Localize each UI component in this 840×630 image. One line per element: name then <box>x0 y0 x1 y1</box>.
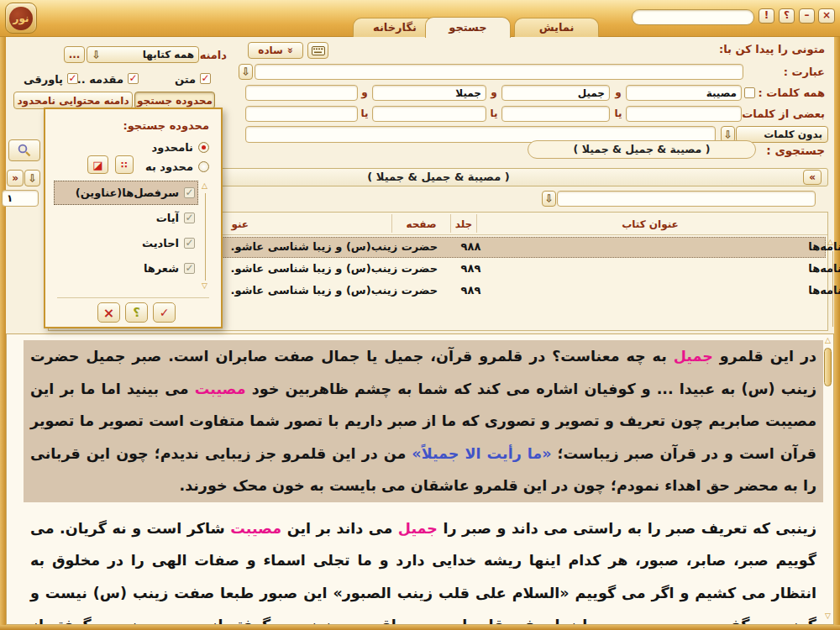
arrow-down-icon: ⇩ <box>92 48 101 62</box>
search-scope-button[interactable]: محدوده جستجو <box>134 92 215 109</box>
scope-item-verses[interactable]: ✓ آیات <box>54 206 198 230</box>
checkbox-icon: ✓ <box>184 263 195 274</box>
scope-list: ✓ سرفصل‌ها(عناوین) ✓ آیات ✓ احادیث ✓ شعر… <box>52 180 200 293</box>
window-frame-bottom <box>0 625 840 630</box>
column-header-entry[interactable]: عنو <box>223 218 249 230</box>
goto-dropdown-button[interactable]: ⇩ <box>24 170 40 186</box>
phrase-input[interactable] <box>255 64 743 80</box>
intro-checkbox-label: مقدمه ... <box>73 73 123 86</box>
and-separator: و <box>359 87 370 98</box>
all-words-input-2[interactable] <box>501 85 610 101</box>
list-scroll-down-icon[interactable]: ▽ <box>202 282 207 290</box>
footnote-checkbox-label: پاورقی <box>24 73 63 86</box>
column-divider <box>391 214 392 233</box>
titlebar-search-box[interactable] <box>632 9 754 25</box>
minimize-button[interactable]: – <box>799 8 815 24</box>
viewer-scroll-up-icon[interactable]: △ <box>825 337 831 344</box>
some-words-input-2[interactable] <box>501 106 610 122</box>
intro-checkbox[interactable]: ✓ <box>128 73 139 84</box>
all-words-label: همه کلمات : <box>759 87 825 99</box>
text-checkbox-label: متن <box>175 73 196 86</box>
keyboard-button[interactable] <box>307 42 328 59</box>
scope-item-chapters[interactable]: ✓ سرفصل‌ها(عناوین) <box>54 181 198 205</box>
cell-book-title: پایان نامه‌ها <box>528 284 840 297</box>
text-paragraph-highlighted: در این قلمرو جمیل به چه معناست؟ در قلمرو… <box>24 340 823 502</box>
all-words-input-3[interactable] <box>372 85 486 101</box>
column-header-book-title[interactable]: عنوان کتاب <box>476 218 824 230</box>
notification-button[interactable]: ! <box>759 8 774 24</box>
viewer-scroll-down-icon[interactable]: ▽ <box>825 612 831 620</box>
cell-page: ۹۸۹ <box>442 262 500 275</box>
viewer-scrollbar-thumb[interactable] <box>824 348 832 386</box>
radio-limited[interactable]: محدود به <box>145 160 209 173</box>
cell-page: ۹۸۸ <box>442 240 500 253</box>
run-search-button[interactable] <box>8 139 40 161</box>
popup-cancel-button[interactable]: × <box>97 302 120 323</box>
content-scope-button[interactable]: دامنه محتوایی نامحدود <box>13 92 133 109</box>
simple-mode-button[interactable]: » ساده <box>248 42 303 59</box>
page-number-input[interactable] <box>2 190 39 207</box>
table-scroll-up-icon[interactable]: △ <box>827 239 833 246</box>
radio-button-icon <box>198 142 209 153</box>
popup-divider <box>57 297 209 298</box>
phrase-dropdown-button[interactable]: ⇩ <box>239 64 253 80</box>
table-scrollbar[interactable] <box>832 251 833 327</box>
tab-display[interactable]: نمایش <box>514 18 599 37</box>
search-query-label: جستجوی : <box>766 144 825 157</box>
titlebar: نور ! ؟ – × نمایش جستجو نگارخانه <box>0 0 840 37</box>
application-window: نور ! ؟ – × نمایش جستجو نگارخانه متونی ر… <box>0 0 840 630</box>
list-scrollbar[interactable] <box>205 193 206 281</box>
window-frame-right <box>834 37 840 625</box>
select-all-button[interactable]: ∷ <box>115 155 134 174</box>
help-button[interactable]: ؟ <box>779 8 795 24</box>
invert-selection-button[interactable]: ◪ <box>87 155 108 174</box>
double-chevron-left-icon: « <box>12 172 18 184</box>
list-scroll-up-icon[interactable]: △ <box>202 182 207 190</box>
scope-item-poems[interactable]: ✓ شعرها <box>54 256 198 281</box>
find-texts-label: متونی را پیدا کن با: <box>719 43 825 55</box>
radio-unlimited[interactable]: نامحدود <box>152 141 209 154</box>
tab-gallery[interactable]: نگارخانه <box>353 18 437 37</box>
cell-book-title: پایان نامه‌ها <box>528 262 840 275</box>
titlebar-search-input[interactable] <box>636 11 762 24</box>
close-button[interactable]: × <box>818 8 835 24</box>
some-words-label: بعضی از کلمات : <box>734 108 825 120</box>
some-words-input-4[interactable] <box>245 106 358 122</box>
some-words-input-1[interactable] <box>626 106 742 122</box>
footnote-checkbox[interactable]: ✓ <box>67 73 78 84</box>
column-divider <box>450 214 451 233</box>
scope-item-hadiths[interactable]: ✓ احادیث <box>54 231 198 255</box>
radio-button-icon <box>198 161 209 172</box>
search-icon <box>18 144 31 157</box>
split-square-icon: ◪ <box>92 159 102 171</box>
result-filter-dropdown-button[interactable]: ⇩ <box>542 191 556 207</box>
result-filter-input[interactable] <box>557 191 816 207</box>
double-chevron-icon: » <box>809 171 816 183</box>
domain-select[interactable]: ⇩ همه کتابها <box>87 46 199 63</box>
popup-help-button[interactable]: ؟ <box>125 302 148 323</box>
app-menu-button[interactable]: نور <box>5 3 37 34</box>
checkbox-icon: ✓ <box>184 187 195 198</box>
noor-logo-icon: نور <box>9 7 33 30</box>
previous-results-button[interactable]: « <box>7 170 24 186</box>
all-words-input-1[interactable] <box>626 85 742 101</box>
domain-more-button[interactable]: ... <box>64 46 85 63</box>
some-words-input-3[interactable] <box>372 106 486 122</box>
and-separator: و <box>612 87 624 98</box>
text-viewer[interactable]: در این قلمرو جمیل به چه معناست؟ در قلمرو… <box>6 333 834 625</box>
arrow-down-icon: ⇩ <box>544 192 554 206</box>
expand-group-button[interactable]: » <box>803 170 822 185</box>
popup-ok-button[interactable]: ✓ <box>153 302 176 323</box>
column-header-page[interactable]: صفحه <box>392 218 450 230</box>
keyboard-icon <box>312 46 325 55</box>
cell-book-title: پایان نامه‌ها <box>528 240 840 253</box>
or-separator: یا <box>359 108 370 119</box>
tab-search[interactable]: جستجو <box>425 17 511 38</box>
all-words-input-4[interactable] <box>245 85 358 101</box>
column-header-volume[interactable]: جلد <box>451 218 476 230</box>
dots-icon: ∷ <box>121 160 129 171</box>
popup-title: محدوده جستجو: <box>123 119 209 132</box>
checkbox-icon: ✓ <box>184 238 195 249</box>
text-checkbox[interactable]: ✓ <box>200 73 211 84</box>
all-words-checkbox[interactable] <box>744 87 755 98</box>
